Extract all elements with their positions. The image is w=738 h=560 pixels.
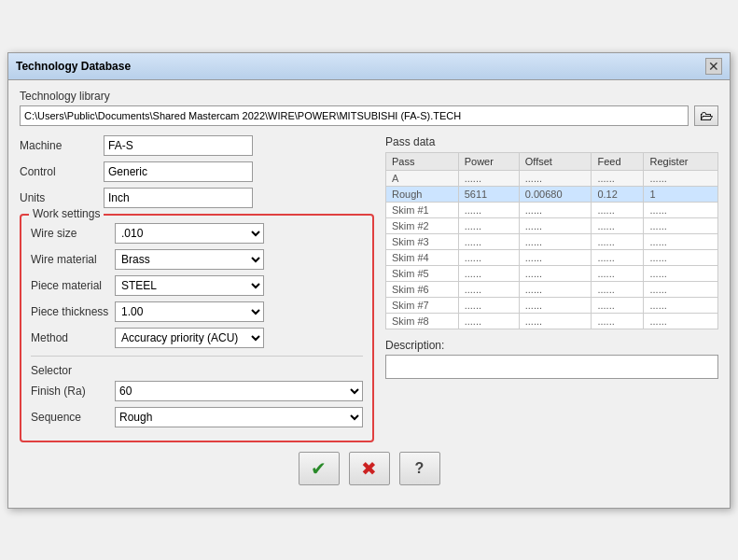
help-icon: ? <box>415 460 425 477</box>
control-input[interactable] <box>104 161 253 182</box>
col-offset: Offset <box>519 152 592 170</box>
table-row[interactable]: A........................ <box>386 170 718 186</box>
wire-material-select[interactable]: Brass <box>115 249 264 270</box>
pass-data-label: Pass data <box>385 135 718 148</box>
description-label: Description: <box>385 339 718 352</box>
piece-thickness-row: Piece thickness 1.00 <box>31 301 363 322</box>
piece-material-row: Piece material STEEL <box>31 275 363 296</box>
cancel-button[interactable]: ✖ <box>349 452 390 485</box>
work-settings-legend: Work settings <box>29 207 104 220</box>
ok-button[interactable]: ✔ <box>299 452 340 485</box>
cancel-icon: ✖ <box>361 457 377 480</box>
folder-button[interactable]: 🗁 <box>694 105 718 126</box>
piece-thickness-label: Piece thickness <box>31 305 115 318</box>
finish-row: Finish (Ra) 60 <box>31 381 363 401</box>
table-row[interactable]: Skim #1........................ <box>386 202 718 217</box>
title-bar: Technology Database ✕ <box>8 53 730 80</box>
window-title: Technology Database <box>16 60 131 73</box>
control-row: Control document.querySelector('[data-na… <box>20 161 374 182</box>
finish-select[interactable]: 60 <box>115 381 363 401</box>
machine-label: Machine <box>20 139 104 152</box>
control-label: Control <box>20 165 104 178</box>
library-row: 🗁 <box>20 105 718 126</box>
piece-thickness-select[interactable]: 1.00 <box>115 301 264 322</box>
table-row[interactable]: Skim #3........................ <box>386 233 718 249</box>
help-button[interactable]: ? <box>399 452 440 485</box>
finish-label: Finish (Ra) <box>31 385 115 398</box>
col-power: Power <box>458 152 519 170</box>
units-label: Units <box>20 191 104 204</box>
machine-row: Machine document.querySelector('[data-na… <box>20 135 374 156</box>
piece-material-select[interactable]: STEEL <box>115 275 264 296</box>
selector-section: Selector Finish (Ra) 60 Sequence Rough <box>31 364 363 427</box>
wire-material-row: Wire material Brass <box>31 249 363 270</box>
main-row: Machine document.querySelector('[data-na… <box>20 135 718 442</box>
main-content: Technology library 🗁 Machine document.qu… <box>8 80 730 508</box>
right-panel: Pass data Pass Power Offset Feed Registe… <box>385 135 718 442</box>
library-path-input[interactable] <box>20 105 689 126</box>
table-row[interactable]: Skim #6........................ <box>386 281 718 297</box>
method-label: Method <box>31 331 115 344</box>
table-row[interactable]: Skim #5........................ <box>386 265 718 281</box>
close-button[interactable]: ✕ <box>705 58 722 75</box>
units-input[interactable] <box>104 188 253 208</box>
col-register: Register <box>644 152 718 170</box>
table-row[interactable]: Rough56110.006800.121 <box>386 186 718 202</box>
table-row[interactable]: Skim #4........................ <box>386 249 718 265</box>
table-row[interactable]: Skim #7........................ <box>386 297 718 313</box>
sequence-select[interactable]: Rough <box>115 407 363 427</box>
description-input[interactable] <box>385 355 718 379</box>
left-panel: Machine document.querySelector('[data-na… <box>20 135 374 442</box>
description-section: Description: <box>385 339 718 379</box>
library-label: Technology library <box>20 90 718 103</box>
ok-icon: ✔ <box>311 457 327 480</box>
work-settings-box: Work settings Wire size .010 Wire materi… <box>20 214 374 442</box>
method-select[interactable]: Accuracy priority (ACU) <box>115 328 264 348</box>
table-row[interactable]: Skim #8........................ <box>386 313 718 329</box>
table-row[interactable]: Skim #2........................ <box>386 217 718 233</box>
col-feed: Feed <box>592 152 644 170</box>
main-window: Technology Database ✕ Technology library… <box>7 52 731 509</box>
sequence-row: Sequence Rough <box>31 407 363 427</box>
method-row: Method Accuracy priority (ACU) <box>31 328 363 348</box>
wire-size-label: Wire size <box>31 227 115 240</box>
sequence-label: Sequence <box>31 411 115 424</box>
wire-size-row: Wire size .010 <box>31 223 363 244</box>
bottom-bar: ✔ ✖ ? <box>20 442 718 498</box>
wire-size-select[interactable]: .010 <box>115 223 264 244</box>
machine-input[interactable] <box>104 135 253 156</box>
units-row: Units document.querySelector('[data-name… <box>20 188 374 208</box>
library-section: Technology library 🗁 <box>20 90 718 126</box>
wire-material-label: Wire material <box>31 253 115 266</box>
selector-label: Selector <box>31 364 363 377</box>
folder-icon: 🗁 <box>700 108 713 123</box>
pass-table: Pass Power Offset Feed Register A.......… <box>385 152 718 329</box>
col-pass: Pass <box>386 152 459 170</box>
piece-material-label: Piece material <box>31 279 115 292</box>
